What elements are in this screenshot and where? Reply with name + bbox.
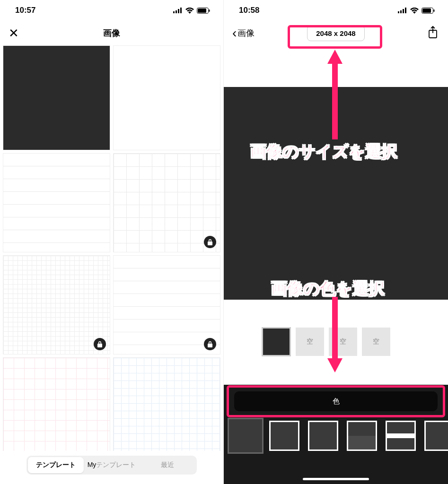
lock-icon — [94, 338, 106, 350]
share-button[interactable] — [427, 26, 439, 41]
lock-icon — [204, 338, 216, 350]
canvas-preview[interactable] — [224, 87, 448, 300]
lock-icon — [204, 236, 216, 248]
signal-icon — [398, 8, 407, 13]
color-tab[interactable]: 色 — [234, 391, 438, 411]
template-tile-fine-grid[interactable] — [3, 255, 110, 354]
left-screenshot: 10:57 ✕ 画像 — [0, 0, 224, 484]
svg-rect-1 — [176, 10, 177, 13]
template-tile-pink-grid[interactable] — [3, 357, 110, 451]
svg-rect-5 — [198, 9, 206, 13]
close-button[interactable]: ✕ — [9, 27, 19, 39]
preset-row: 空 空 空 — [224, 300, 448, 361]
svg-rect-9 — [403, 9, 404, 13]
swatch-solid-dark[interactable] — [228, 418, 264, 454]
status-time: 10:58 — [239, 6, 259, 15]
nav-title: 画像 — [103, 27, 120, 39]
svg-rect-3 — [180, 8, 182, 13]
template-tile-blue-grid[interactable] — [113, 357, 220, 451]
template-tile-white[interactable] — [113, 45, 220, 150]
nav-bar: ✕ 画像 — [0, 21, 223, 45]
template-tile-dark[interactable] — [3, 45, 110, 150]
status-bar: 10:57 — [0, 0, 223, 21]
segment-my-template[interactable]: Myテンプレート — [84, 457, 140, 473]
svg-rect-8 — [400, 10, 402, 13]
back-button[interactable]: ‹ 画像 — [232, 26, 255, 40]
preset-tile-empty[interactable]: 空 — [296, 328, 324, 356]
template-tile-lines[interactable] — [3, 153, 110, 252]
wifi-icon — [410, 8, 419, 14]
swatch-row — [224, 416, 448, 456]
status-indicators — [173, 8, 210, 14]
segmented-control: テンプレート Myテンプレート 最近 — [26, 456, 197, 475]
svg-rect-0 — [173, 11, 175, 13]
close-icon: ✕ — [9, 27, 19, 39]
status-time: 10:57 — [15, 6, 35, 15]
swatch-gradient[interactable] — [344, 418, 380, 454]
bottom-panel: 色 — [224, 385, 448, 484]
svg-rect-10 — [405, 8, 406, 13]
share-icon — [427, 26, 439, 41]
swatch-partial[interactable] — [422, 418, 448, 454]
status-bar: 10:58 — [224, 0, 448, 21]
svg-rect-12 — [422, 9, 431, 13]
preset-tile-empty[interactable]: 空 — [362, 328, 390, 356]
battery-icon — [422, 8, 435, 14]
template-tile-lines-2[interactable] — [113, 255, 220, 354]
svg-rect-6 — [209, 9, 210, 12]
svg-rect-13 — [434, 9, 435, 12]
swatch-outline-2[interactable] — [305, 418, 341, 454]
signal-icon — [173, 8, 183, 13]
home-indicator — [303, 478, 369, 480]
segment-template[interactable]: テンプレート — [28, 457, 84, 473]
nav-bar: ‹ 画像 2048 x 2048 — [224, 21, 448, 45]
swatch-stripe[interactable] — [383, 418, 419, 454]
template-tile-grid[interactable] — [113, 153, 220, 252]
preset-tile-selected[interactable] — [262, 327, 291, 356]
wifi-icon — [185, 8, 194, 14]
template-grid — [0, 45, 223, 451]
back-label: 画像 — [237, 27, 255, 39]
segment-recent[interactable]: 最近 — [140, 457, 195, 473]
right-screenshot: 10:58 ‹ 画像 2048 x 2048 空 空 — [224, 0, 448, 484]
svg-rect-7 — [398, 11, 399, 13]
size-button[interactable]: 2048 x 2048 — [307, 26, 364, 41]
svg-rect-2 — [178, 9, 179, 13]
preset-tile-empty[interactable]: 空 — [329, 328, 357, 356]
chevron-left-icon: ‹ — [232, 26, 237, 40]
status-indicators — [398, 8, 435, 14]
swatch-outline[interactable] — [266, 418, 302, 454]
battery-icon — [197, 8, 210, 14]
